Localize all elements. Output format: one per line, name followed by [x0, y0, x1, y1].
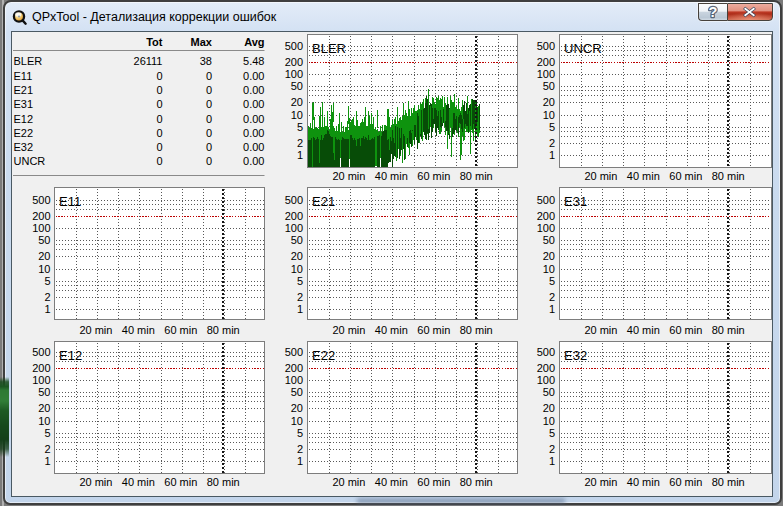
svg-text:UNCR: UNCR — [14, 155, 46, 167]
svg-text:0: 0 — [156, 127, 162, 139]
svg-text:50: 50 — [291, 386, 303, 398]
svg-text:40 min: 40 min — [627, 476, 660, 488]
svg-text:0: 0 — [156, 155, 162, 167]
svg-text:0: 0 — [156, 113, 162, 125]
svg-text:80 min: 80 min — [460, 170, 493, 182]
svg-text:2: 2 — [549, 443, 555, 455]
svg-text:100: 100 — [285, 374, 303, 386]
svg-text:60 min: 60 min — [164, 324, 197, 336]
svg-text:200: 200 — [537, 362, 555, 374]
svg-text:80 min: 80 min — [712, 476, 745, 488]
svg-text:2: 2 — [44, 443, 50, 455]
svg-text:20 min: 20 min — [584, 476, 617, 488]
svg-text:0: 0 — [156, 98, 162, 110]
svg-text:80 min: 80 min — [207, 324, 240, 336]
svg-text:E12: E12 — [59, 348, 82, 363]
svg-text:100: 100 — [285, 222, 303, 234]
svg-text:80 min: 80 min — [712, 324, 745, 336]
svg-text:200: 200 — [285, 56, 303, 68]
svg-text:80 min: 80 min — [712, 170, 745, 182]
svg-text:1: 1 — [44, 455, 50, 467]
svg-text:20: 20 — [38, 402, 50, 414]
svg-text:100: 100 — [32, 222, 50, 234]
svg-text:2: 2 — [549, 137, 555, 149]
svg-text:200: 200 — [285, 362, 303, 374]
svg-text:0.00: 0.00 — [243, 127, 264, 139]
svg-text:40 min: 40 min — [122, 476, 155, 488]
svg-text:Avg: Avg — [244, 36, 264, 48]
svg-text:E11: E11 — [14, 70, 33, 82]
svg-text:60 min: 60 min — [164, 476, 197, 488]
svg-text:0: 0 — [206, 141, 212, 153]
svg-text:100: 100 — [537, 68, 555, 80]
svg-text:2: 2 — [44, 291, 50, 303]
svg-text:20: 20 — [291, 402, 303, 414]
svg-text:50: 50 — [543, 80, 555, 92]
svg-text:20: 20 — [291, 96, 303, 108]
svg-text:20: 20 — [291, 250, 303, 262]
svg-text:100: 100 — [32, 374, 50, 386]
svg-text:26111: 26111 — [134, 55, 163, 67]
svg-text:2: 2 — [297, 291, 303, 303]
svg-text:500: 500 — [285, 194, 303, 206]
svg-text:500: 500 — [537, 40, 555, 52]
svg-text:40 min: 40 min — [627, 170, 660, 182]
svg-text:200: 200 — [32, 210, 50, 222]
svg-text:5: 5 — [549, 121, 555, 133]
svg-text:200: 200 — [32, 362, 50, 374]
svg-text:100: 100 — [537, 222, 555, 234]
svg-text:10: 10 — [543, 109, 555, 121]
svg-text:E22: E22 — [312, 348, 335, 363]
svg-text:0: 0 — [206, 127, 212, 139]
svg-text:0: 0 — [156, 141, 162, 153]
svg-text:20 min: 20 min — [79, 476, 112, 488]
svg-text:20 min: 20 min — [584, 170, 617, 182]
svg-text:E21: E21 — [312, 194, 335, 209]
svg-text:5: 5 — [549, 427, 555, 439]
svg-text:50: 50 — [291, 234, 303, 246]
svg-text:200: 200 — [537, 210, 555, 222]
svg-text:50: 50 — [543, 386, 555, 398]
svg-text:10: 10 — [38, 263, 50, 275]
svg-text:500: 500 — [285, 346, 303, 358]
svg-text:50: 50 — [38, 234, 50, 246]
svg-text:E31: E31 — [14, 98, 34, 110]
svg-text:20 min: 20 min — [79, 324, 112, 336]
svg-text:5: 5 — [297, 275, 303, 287]
svg-text:0.00: 0.00 — [243, 113, 264, 125]
svg-text:E11: E11 — [59, 194, 81, 209]
svg-text:20: 20 — [543, 96, 555, 108]
svg-text:BLER: BLER — [312, 41, 346, 56]
svg-text:80 min: 80 min — [207, 476, 240, 488]
svg-text:100: 100 — [285, 68, 303, 80]
svg-text:40 min: 40 min — [122, 324, 155, 336]
svg-text:Tot: Tot — [146, 36, 163, 48]
svg-text:E32: E32 — [564, 348, 587, 363]
svg-text:1: 1 — [549, 303, 555, 315]
svg-text:60 min: 60 min — [417, 476, 450, 488]
svg-text:1: 1 — [44, 303, 50, 315]
svg-text:BLER: BLER — [14, 55, 43, 67]
svg-text:20: 20 — [543, 402, 555, 414]
svg-text:500: 500 — [537, 346, 555, 358]
svg-text:60 min: 60 min — [669, 324, 702, 336]
svg-text:40 min: 40 min — [375, 324, 408, 336]
svg-text:60 min: 60 min — [669, 476, 702, 488]
svg-text:10: 10 — [38, 415, 50, 427]
svg-text:1: 1 — [297, 303, 303, 315]
svg-text:50: 50 — [543, 234, 555, 246]
svg-text:0.00: 0.00 — [243, 98, 264, 110]
svg-text:10: 10 — [543, 415, 555, 427]
svg-text:E22: E22 — [14, 127, 34, 139]
svg-text:50: 50 — [38, 386, 50, 398]
svg-text:40 min: 40 min — [627, 324, 660, 336]
svg-text:0: 0 — [206, 84, 212, 96]
svg-text:0: 0 — [206, 70, 212, 82]
svg-text:0: 0 — [156, 70, 162, 82]
svg-text:0.00: 0.00 — [243, 70, 264, 82]
svg-text:1: 1 — [297, 455, 303, 467]
svg-text:20: 20 — [38, 250, 50, 262]
svg-text:500: 500 — [32, 346, 50, 358]
svg-text:20: 20 — [543, 250, 555, 262]
svg-text:0.00: 0.00 — [243, 155, 264, 167]
